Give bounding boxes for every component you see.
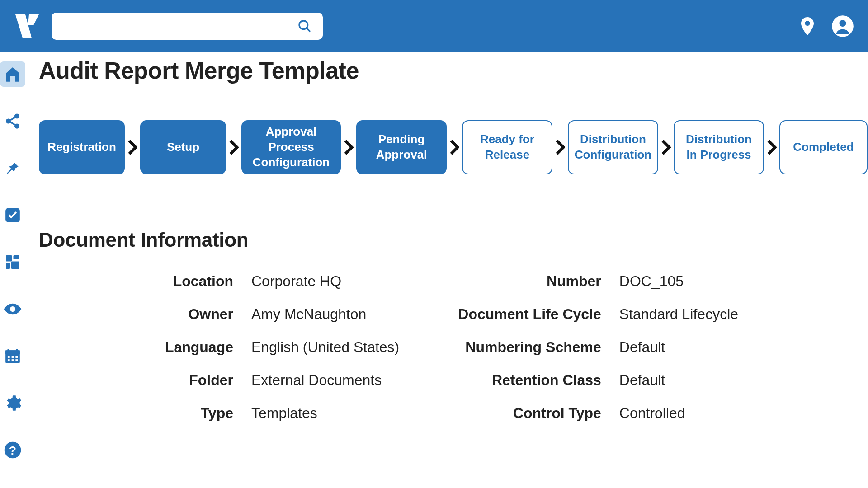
field-value: Default (619, 339, 738, 356)
svg-point-3 (839, 20, 846, 27)
share-icon (4, 113, 21, 130)
field-value: Amy McNaughton (251, 306, 399, 323)
svg-rect-22 (15, 359, 18, 361)
chevron-right-icon (660, 138, 672, 156)
page-title: Audit Report Merge Template (39, 57, 868, 84)
gear-icon (4, 394, 22, 412)
apps-icon (5, 254, 21, 270)
sidebar-item-help[interactable]: ? (0, 437, 25, 463)
chevron-right-icon (228, 138, 240, 156)
chevron-right-icon (343, 138, 354, 156)
sidebar-item-pin[interactable] (0, 155, 25, 181)
chevron-right-icon (766, 138, 778, 156)
sidebar-item-eye[interactable] (0, 296, 25, 322)
main-content: Audit Report Merge Template Registration… (25, 52, 868, 488)
svg-rect-10 (6, 263, 10, 269)
svg-point-0 (299, 21, 308, 29)
svg-rect-11 (11, 262, 19, 269)
field-label: Location (66, 273, 233, 290)
search-container (52, 13, 323, 40)
field-value: Templates (251, 405, 399, 422)
sidebar-item-calendar[interactable] (0, 343, 25, 369)
help-icon: ? (4, 441, 22, 459)
svg-rect-17 (8, 356, 10, 358)
field-value: External Documents (251, 372, 399, 389)
pin-icon (4, 160, 21, 177)
progress-step[interactable]: Registration (39, 120, 125, 174)
field-value: Default (619, 372, 738, 389)
chevron-right-icon (127, 138, 138, 156)
progress-step[interactable]: Completed (779, 120, 868, 174)
sidebar-item-settings[interactable] (0, 390, 25, 416)
progress-tracker: RegistrationSetupApproval Process Config… (39, 120, 868, 174)
svg-rect-8 (6, 255, 12, 262)
sidebar-item-check[interactable] (0, 202, 25, 228)
field-value: Standard Lifecycle (619, 306, 738, 323)
progress-step[interactable]: Ready for Release (462, 120, 552, 174)
progress-step[interactable]: Distribution Configuration (568, 120, 658, 174)
svg-rect-9 (14, 255, 20, 259)
svg-rect-21 (12, 359, 14, 361)
home-icon (4, 65, 22, 83)
chevron-right-icon (448, 138, 460, 156)
field-label: Numbering Scheme (458, 339, 601, 356)
svg-rect-19 (15, 356, 18, 358)
svg-point-5 (14, 113, 19, 118)
section-title: Document Information (39, 229, 868, 251)
sidebar-nav: ? (0, 52, 25, 488)
sidebar-item-home[interactable] (0, 61, 25, 87)
field-label: Type (66, 405, 233, 422)
app-logo (14, 13, 41, 40)
sidebar-item-apps[interactable] (0, 249, 25, 275)
field-label: Folder (66, 372, 233, 389)
document-info: LocationCorporate HQOwnerAmy McNaughtonL… (66, 273, 868, 422)
field-label: Control Type (458, 405, 601, 422)
calendar-icon (4, 347, 21, 365)
eye-icon (3, 300, 22, 319)
field-value: Corporate HQ (251, 273, 399, 290)
progress-step[interactable]: Approval Process Configuration (241, 120, 341, 174)
sidebar-item-share[interactable] (0, 108, 25, 134)
user-account-icon[interactable] (831, 14, 854, 38)
search-icon[interactable] (297, 19, 312, 33)
svg-line-1 (307, 28, 310, 32)
field-label: Document Life Cycle (458, 306, 601, 323)
svg-point-6 (14, 124, 19, 129)
svg-point-12 (10, 306, 15, 312)
progress-step[interactable]: Setup (140, 120, 226, 174)
field-label: Owner (66, 306, 233, 323)
field-value: English (United States) (251, 339, 399, 356)
location-icon[interactable] (797, 15, 818, 37)
chevron-right-icon (554, 138, 566, 156)
svg-text:?: ? (9, 444, 16, 457)
check-icon (4, 206, 21, 224)
app-header (0, 0, 868, 52)
field-value: DOC_105 (619, 273, 738, 290)
progress-step[interactable]: Distribution In Progress (674, 120, 764, 174)
field-value: Controlled (619, 405, 738, 422)
search-input[interactable] (62, 13, 297, 40)
field-label: Retention Class (458, 372, 601, 389)
field-label: Language (66, 339, 233, 356)
svg-rect-20 (8, 359, 10, 361)
svg-rect-18 (12, 356, 14, 358)
progress-step[interactable]: Pending Approval (356, 120, 447, 174)
field-label: Number (458, 273, 601, 290)
